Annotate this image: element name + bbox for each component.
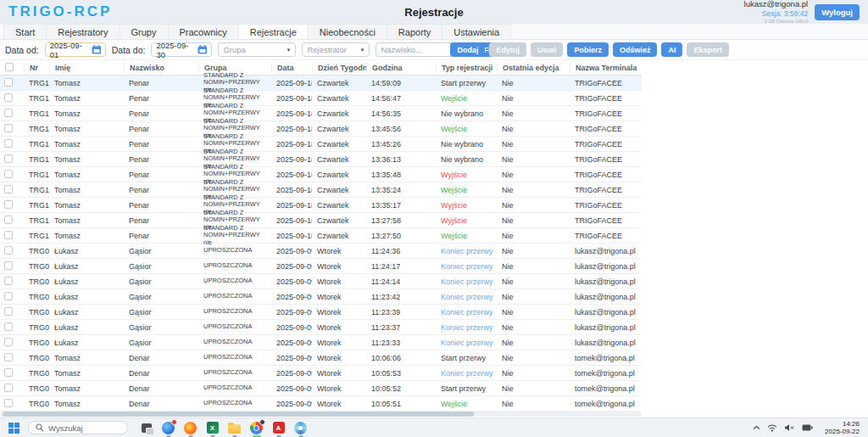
table-row[interactable]: TRG13E Tomasz Penar STANDARD Z NOMIN+PRZ… — [0, 198, 642, 213]
nav-tab[interactable]: Start — [3, 24, 47, 39]
cell-edycja: Nie — [497, 323, 570, 332]
taskview-icon[interactable] — [138, 419, 154, 437]
row-checkbox[interactable] — [4, 246, 13, 255]
acrobat-icon[interactable] — [270, 419, 287, 437]
table-row[interactable]: TRG00 Łukasz Gąsior UPROSZCZONA 2025-09-… — [0, 259, 642, 274]
calendar-icon[interactable] — [198, 45, 207, 54]
windows-start-button[interactable] — [8, 423, 19, 434]
row-checkbox[interactable] — [4, 292, 13, 300]
row-checkbox[interactable] — [4, 78, 13, 87]
row-checkbox[interactable] — [4, 231, 13, 239]
table-row[interactable]: TRG00 Łukasz Gąsior UPROSZCZONA 2025-09-… — [0, 244, 642, 259]
action-button[interactable]: AI — [661, 42, 682, 57]
nav-tab[interactable]: Rejestracje — [239, 24, 309, 39]
action-button[interactable]: Pobierz — [567, 42, 609, 57]
row-checkbox[interactable] — [4, 124, 13, 132]
row-checkbox[interactable] — [4, 170, 13, 178]
table-row[interactable]: TRG00 Łukasz Gąsior UPROSZCZONA 2025-09-… — [0, 289, 642, 305]
row-checkbox[interactable] — [4, 384, 13, 392]
table-row[interactable]: TRG00 Tomasz Denar UPROSZCZONA 2025-09-0… — [0, 381, 642, 396]
table-row[interactable]: TRG13E Tomasz Penar STANDARD Z NOMIN+PRZ… — [0, 76, 642, 91]
nav-tab[interactable]: Grupy — [120, 24, 169, 39]
cell-godzina: 10:05:51 — [366, 400, 436, 408]
table-row[interactable]: TRG00 Łukasz Gąsior UPROSZCZONA 2025-09-… — [0, 274, 642, 289]
row-checkbox[interactable] — [4, 368, 13, 377]
row-checkbox-cell — [0, 322, 24, 333]
action-button[interactable]: Usuń — [531, 42, 564, 57]
row-checkbox-cell — [0, 338, 24, 348]
table-row[interactable]: TRG13E Tomasz Penar STANDARD Z NOMIN+PRZ… — [0, 228, 642, 244]
tray-chevron-up-icon[interactable] — [753, 425, 760, 430]
row-checkbox[interactable] — [4, 109, 13, 117]
nav-tab[interactable]: Nieobecności — [309, 24, 387, 39]
action-button[interactable]: Edytuj — [489, 42, 526, 57]
cell-imie: Tomasz — [49, 384, 124, 393]
cell-terminal: TRIGoFACEE — [570, 201, 642, 210]
table-row[interactable]: TRG00 Łukasz Gąsior UPROSZCZONA 2025-09-… — [0, 305, 642, 320]
table-row[interactable]: TRG13E Tomasz Penar STANDARD Z NOMIN+PRZ… — [0, 106, 642, 121]
excel-icon[interactable] — [204, 419, 220, 437]
cell-godzina: 11:24:36 — [366, 247, 436, 255]
row-checkbox[interactable] — [4, 139, 13, 148]
action-button[interactable]: Odśwież — [613, 42, 658, 57]
row-checkbox[interactable] — [4, 93, 13, 102]
row-checkbox[interactable] — [4, 185, 13, 193]
cell-typ: Koniec przerwy — [436, 277, 497, 286]
cell-dzien: Czwartek — [312, 109, 366, 118]
table-row[interactable]: TRG00 Tomasz Denar UPROSZCZONA 2025-09-0… — [0, 350, 642, 366]
taskbar-clock[interactable]: 14:26 2025-09-22 — [825, 420, 860, 435]
row-checkbox[interactable] — [4, 216, 13, 224]
table-row[interactable]: TRG00 Tomasz Denar UPROSZCZONA 2025-09-0… — [0, 396, 642, 412]
nav-tab[interactable]: Ustawienia — [442, 24, 511, 39]
action-button[interactable]: Eksport — [687, 42, 729, 57]
table-row[interactable]: TRG00 Łukasz Gąsior UPROSZCZONA 2025-09-… — [0, 320, 642, 335]
row-checkbox[interactable] — [4, 322, 13, 331]
table-row[interactable]: TRG13E Tomasz Penar STANDARD Z NOMIN+PRZ… — [0, 182, 642, 198]
nav-tab[interactable]: Raporty — [387, 24, 443, 39]
row-checkbox[interactable] — [4, 277, 13, 285]
row-checkbox[interactable] — [4, 399, 13, 407]
group-select[interactable]: Grupa ▼ — [218, 42, 296, 57]
row-checkbox[interactable] — [4, 307, 13, 316]
row-checkbox[interactable] — [4, 338, 13, 346]
row-checkbox[interactable] — [4, 353, 13, 361]
registrator-select[interactable]: Rejestrator ▼ — [302, 42, 370, 57]
cell-typ: Wejście — [436, 186, 497, 194]
col-header-typ: Typ rejestracji — [436, 63, 497, 73]
photos-icon[interactable] — [292, 419, 309, 437]
date-from-input[interactable]: 2025-09-01 — [45, 42, 106, 57]
table-row[interactable]: TRG13E Tomasz Penar STANDARD Z NOMIN+PRZ… — [0, 91, 642, 106]
volume-muted-icon[interactable] — [784, 423, 795, 432]
table-row[interactable]: TRG13E Tomasz Penar STANDARD Z NOMIN+PRZ… — [0, 137, 642, 152]
table-row[interactable]: TRG13E Tomasz Penar STANDARD Z NOMIN+PRZ… — [0, 121, 642, 137]
table-row[interactable]: TRG13E Tomasz Penar STANDARD Z NOMIN+PRZ… — [0, 167, 642, 182]
nav-tab[interactable]: Pracownicy — [169, 24, 239, 39]
select-all-checkbox[interactable] — [5, 63, 14, 71]
table-row[interactable]: TRG00 Tomasz Denar UPROSZCZONA 2025-09-0… — [0, 366, 642, 381]
taskbar-search[interactable]: Wyszukaj — [28, 421, 128, 434]
firefox-icon[interactable] — [182, 419, 198, 437]
table-row[interactable]: TRG00 Łukasz Gąsior UPROSZCZONA 2025-09-… — [0, 335, 642, 350]
date-to-input[interactable]: 2025-09-30 — [151, 42, 212, 57]
row-checkbox[interactable] — [4, 154, 13, 163]
logout-button[interactable]: Wyloguj — [815, 4, 860, 20]
battery-icon[interactable] — [802, 424, 813, 431]
row-checkbox[interactable] — [4, 261, 13, 270]
wifi-icon[interactable] — [767, 423, 777, 432]
chrome-icon[interactable] — [248, 419, 264, 437]
table-row[interactable]: TRG13E Tomasz Penar STANDARD Z NOMIN+PRZ… — [0, 152, 642, 167]
horizontal-scrollbar-thumb[interactable] — [3, 412, 474, 417]
nav-tab[interactable]: Rejestratory — [47, 24, 120, 39]
cell-nr: TRG13E — [24, 79, 49, 87]
calendar-icon[interactable] — [92, 45, 101, 54]
edge-icon[interactable] — [160, 419, 176, 437]
action-button[interactable]: Dodaj — [450, 42, 485, 57]
table-row[interactable]: TRG13E Tomasz Penar STANDARD Z NOMIN+PRZ… — [0, 213, 642, 228]
file-explorer-icon[interactable] — [226, 419, 242, 437]
registration-type-badge: Wejście — [441, 125, 467, 133]
row-checkbox-cell — [0, 109, 24, 119]
cell-godzina: 11:23:33 — [366, 339, 436, 347]
cell-grupa: UPROSZCZONA — [198, 384, 271, 392]
row-checkbox[interactable] — [4, 200, 13, 209]
cell-godzina: 13:35:24 — [366, 186, 436, 194]
